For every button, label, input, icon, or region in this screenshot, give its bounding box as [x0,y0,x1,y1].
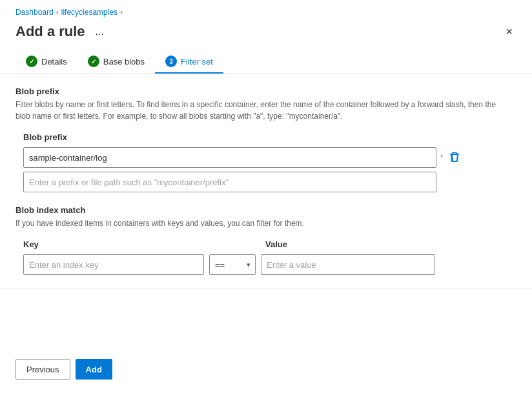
tab-base-blobs[interactable]: ✓ Base blobs [77,50,155,74]
blob-prefix-row-1: * [15,147,517,168]
blob-prefix-input-2[interactable] [23,172,436,192]
key-value-row: == != > < >= <= [15,254,517,275]
blob-prefix-input-1[interactable] [23,147,436,168]
blob-prefix-section: Blob prefix Filter blobs by name or firs… [15,86,517,192]
blob-prefix-section-title: Blob prefix [15,86,517,96]
add-button[interactable]: Add [76,359,112,380]
operator-select[interactable]: == != > < >= <= [209,254,256,275]
tab-filter-set[interactable]: 3 Filter set [155,50,223,74]
value-input[interactable] [261,254,435,275]
key-input[interactable] [23,254,204,275]
blob-prefix-section-desc: Filter blobs by name or first letters. T… [15,99,506,122]
breadcrumb: Dashboard › lifecyclesamples › [0,0,532,21]
tab-details[interactable]: ✓ Details [15,50,77,74]
content-area: Blob prefix Filter blobs by name or firs… [0,86,532,275]
blob-index-section-desc: If you have indexed items in containers … [15,218,506,229]
breadcrumb-lifecyclesamples[interactable]: lifecyclesamples [61,8,118,17]
blob-prefix-row-2 [15,172,517,192]
header: Add a rule ... × [0,21,532,50]
tab-bar: ✓ Details ✓ Base blobs 3 Filter set [0,50,532,74]
trash-icon [449,152,460,163]
value-column-label: Value [265,239,440,249]
breadcrumb-dashboard[interactable]: Dashboard [15,8,54,17]
delete-prefix-button[interactable] [447,150,462,165]
ellipsis-button[interactable]: ... [92,25,108,39]
blob-prefix-sub-title: Blob prefix [15,132,517,142]
operator-select-wrapper: == != > < >= <= [209,254,256,275]
page-title: Add a rule [15,23,85,40]
details-check-icon: ✓ [26,56,37,67]
filter-set-number-icon: 3 [165,56,177,67]
base-blobs-check-icon: ✓ [88,56,99,67]
blob-index-section-title: Blob index match [15,205,517,215]
required-indicator: * [440,154,443,161]
footer-divider [0,288,532,289]
blob-index-section: Blob index match If you have indexed ite… [15,205,517,275]
key-value-headers: Key Value [15,239,517,249]
previous-button[interactable]: Previous [15,359,70,380]
footer: Previous Add [0,359,128,380]
close-button[interactable]: × [502,24,517,40]
key-column-label: Key [23,239,214,249]
